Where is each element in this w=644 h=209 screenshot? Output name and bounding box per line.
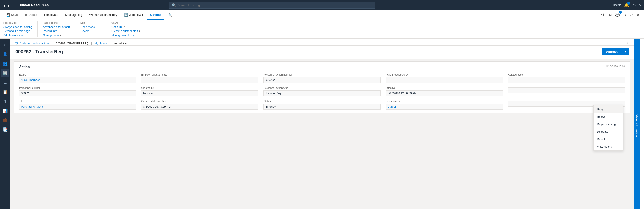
sidebar-item-briefcase[interactable]: 💼 — [1, 116, 10, 124]
approve-dropdown-menu: Deny Reject Request change Delegate Reca… — [593, 105, 624, 151]
chevron-down-icon-2: ▾ — [26, 34, 28, 36]
get-a-link-item[interactable]: Get a link ▾ — [112, 25, 140, 28]
field-related-action: Related action — [508, 73, 625, 83]
field-employment-start: Employment start date — [141, 73, 258, 83]
page-header: ▽ Assigned worker actions | 000262 : TRA… — [10, 38, 634, 46]
dropdown-item-view-history[interactable]: View history — [594, 143, 623, 150]
chat-badge: 0 — [619, 11, 622, 14]
tab-worker-action-history[interactable]: Worker action history — [86, 10, 120, 20]
sidebar-item-chart[interactable]: 📊 — [1, 106, 10, 115]
tab-delete[interactable]: 🗑 Delete — [22, 10, 40, 20]
change-view-item[interactable]: Change view ▾ — [43, 34, 70, 37]
field-value-action-number: 000262 — [264, 77, 380, 83]
maximize-icon[interactable]: ⤢ — [629, 12, 634, 18]
sidebar-item-people[interactable]: 👥 — [1, 59, 10, 68]
field-label-related-action: Related action — [508, 73, 625, 76]
sidebar-item-transfer[interactable]: ⬆ — [1, 97, 10, 106]
field-personnel-action-number: Personnel action number 000262 — [264, 73, 380, 83]
username-label: USMF — [613, 4, 621, 7]
search-bar[interactable]: 🔍 — [169, 2, 375, 8]
view-selector[interactable]: My view ▾ — [94, 42, 107, 45]
tab-workflow[interactable]: 🔄 Workflow ▾ — [121, 10, 146, 20]
manage-alerts-item[interactable]: Manage my alerts — [112, 34, 140, 37]
tab-options[interactable]: Options — [147, 10, 164, 20]
refresh-icon-2[interactable]: ↺ — [622, 12, 627, 18]
action-section-title: Action — [19, 65, 30, 69]
copy-icon[interactable]: ⧉ — [608, 12, 612, 18]
revert-item[interactable]: Revert — [80, 30, 101, 32]
options-label: Options — [150, 13, 162, 16]
sidebar-item-calendar[interactable]: 📋 — [1, 88, 10, 96]
create-alert-label: Create a custom alert — [112, 30, 138, 32]
page-options-items: Advanced filter or sort Record info Chan… — [43, 25, 70, 37]
breadcrumb-link[interactable]: Assigned worker actions — [20, 42, 50, 45]
dropdown-item-request-change[interactable]: Request change — [594, 120, 623, 128]
close-icon[interactable]: ✕ — [636, 12, 640, 18]
sidebar-item-home[interactable]: ⌂ — [1, 40, 10, 49]
notification-icon[interactable]: 🔔 1 — [624, 3, 629, 8]
help-icon[interactable]: ? — [639, 3, 642, 8]
dropdown-item-deny[interactable]: Deny — [594, 105, 623, 113]
view-chevron-icon: ▾ — [106, 42, 107, 45]
search-input[interactable] — [178, 4, 372, 7]
personalize-group-label: Personalize — [4, 22, 32, 24]
always-open-item[interactable]: Always open for editing — [4, 25, 32, 28]
sidebar-item-list[interactable]: ☰ — [1, 78, 10, 87]
personalize-page-item[interactable]: Personalize this page — [4, 30, 32, 32]
field-label-created-by: Created by — [141, 86, 258, 90]
chevron-down-icon-4: ▾ — [124, 26, 125, 28]
field-personnel-number: Personnel number 000028 — [19, 86, 136, 96]
page-collapse-icon[interactable]: ∧ — [626, 42, 628, 45]
refresh-icon: 🔄 — [124, 13, 128, 16]
field-label-action-number: Personnel action number — [264, 73, 380, 76]
record-info-item[interactable]: Record info — [43, 30, 70, 32]
top-nav-right: USMF 🔔 1 ⚙ ? — [613, 3, 642, 8]
field-empty-1 — [508, 86, 625, 96]
advanced-filter-item[interactable]: Advanced filter or sort — [43, 25, 70, 28]
dropdown-item-recall[interactable]: Recall — [594, 136, 623, 143]
tab-search-icon[interactable]: 🔍 — [165, 10, 175, 20]
read-mode-item[interactable]: Read mode — [80, 25, 101, 28]
open-link[interactable]: open — [13, 25, 19, 28]
workflow-label: Workflow — [128, 13, 141, 16]
sidebar: ⌂ 👤 👥 🏢 ☰ 📋 ⬆ 📊 💼 📑 — [0, 38, 10, 209]
approve-dropdown-button[interactable]: ▾ — [622, 48, 628, 55]
sidebar-item-person[interactable]: 👤 — [1, 50, 10, 58]
chevron-left-icon: ‹ — [642, 40, 642, 43]
approve-button[interactable]: Approve — [602, 48, 622, 55]
add-to-workspace-item[interactable]: Add to workspace ▾ — [4, 34, 32, 37]
related-information-panel[interactable]: Related information — [634, 38, 640, 209]
sidebar-item-document[interactable]: 📑 — [1, 125, 10, 134]
record-title-badge: Record title — [111, 41, 129, 46]
dropdown-item-reject[interactable]: Reject — [594, 113, 623, 120]
field-value-name[interactable]: Alicia Thornber — [19, 77, 136, 83]
content-area: ▽ Assigned worker actions | 000262 : TRA… — [10, 38, 634, 209]
ribbon-tab-bar: 💾 Save 🗑 Delete Reactivate Message log W… — [0, 10, 644, 20]
tab-reactivate[interactable]: Reactivate — [41, 10, 61, 20]
field-label-created-datetime: Created date and time — [141, 100, 258, 103]
create-alert-item[interactable]: Create a custom alert ▾ — [112, 30, 140, 32]
chevron-down-icon-5: ▾ — [139, 30, 140, 32]
field-label-action-requested: Action requested by — [386, 73, 503, 76]
field-value-related-action — [508, 77, 625, 83]
eye-icon[interactable]: 👁 — [601, 12, 606, 18]
ribbon-right-icons: 👁 ⧉ 💬 0 ↺ ⤢ ✕ — [601, 12, 640, 18]
field-label-effective: Effective — [386, 86, 503, 90]
field-value-title[interactable]: Purchasing Agent — [19, 104, 136, 110]
collapse-right-panel[interactable]: ‹ — [640, 38, 644, 209]
tab-save[interactable]: 💾 Save — [4, 10, 21, 20]
filter-icon[interactable]: ▽ — [16, 42, 18, 46]
tab-message-log[interactable]: Message log — [62, 10, 85, 20]
sidebar-item-org[interactable]: 🏢 — [1, 69, 10, 77]
grid-icon[interactable]: ⋮⋮⋮ — [2, 3, 14, 8]
settings-icon[interactable]: ⚙ — [632, 3, 636, 8]
ribbon-content: Personalize Always open for editing Pers… — [0, 20, 644, 38]
dropdown-item-delegate[interactable]: Delegate — [594, 128, 623, 136]
chat-icon[interactable]: 💬 0 — [614, 12, 620, 18]
search-icon: 🔍 — [172, 3, 176, 7]
field-label-status: Status — [264, 100, 380, 103]
fields-grid: Name Alicia Thornber Employment start da… — [19, 73, 625, 110]
chevron-down-icon-3: ▾ — [60, 34, 61, 36]
ribbon-group-share: Share Get a link ▾ Create a custom alert… — [112, 22, 145, 37]
field-value-reason-code[interactable]: Career — [386, 104, 503, 110]
